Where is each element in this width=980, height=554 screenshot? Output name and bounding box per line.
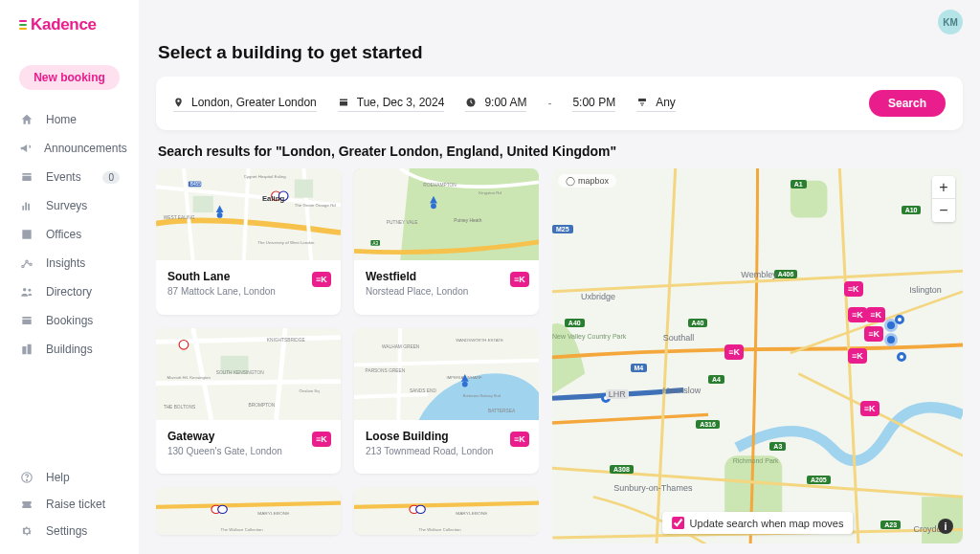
map-update-toggle[interactable]: Update search when map moves	[662, 512, 854, 534]
svg-rect-8	[638, 99, 646, 101]
svg-text:SANDS END: SANDS END	[410, 388, 437, 393]
filter-time-start[interactable]: 9:00 AM	[465, 96, 526, 112]
svg-text:Ealing: Ealing	[262, 194, 284, 203]
filter-time-end-value: 5:00 PM	[572, 96, 615, 109]
sidebar-item-events[interactable]: Events 0	[0, 163, 139, 191]
building-card[interactable]: PUTNEY VALE Putney Heath ROEHAMPTON King…	[354, 168, 539, 315]
kadence-badge-icon: ≡K	[312, 432, 331, 447]
primary-nav: Home Announcements Events 0 Surveys Offi…	[0, 105, 139, 364]
kadence-badge-icon: ≡K	[312, 272, 331, 287]
card-map-thumb: SANDS END BATTERSEA PARSONS GREEN WALHAM…	[354, 328, 539, 420]
svg-text:BATTERSEA: BATTERSEA	[488, 409, 516, 413]
building-card[interactable]: MARYLEBONEThe Wallace Collection	[156, 487, 341, 535]
map-label: Wembley	[741, 270, 776, 279]
filter-date[interactable]: Tue, Dec 3, 2024	[338, 96, 445, 112]
building-card[interactable]: SANDS END BATTERSEA PARSONS GREEN WALHAM…	[354, 328, 539, 475]
filter-time-separator: -	[547, 97, 551, 110]
new-booking-button[interactable]: New booking	[19, 65, 120, 90]
sidebar-item-label: Announcements	[44, 142, 127, 155]
svg-text:WEST EALING: WEST EALING	[164, 215, 195, 220]
home-icon	[19, 113, 34, 126]
svg-text:The Grove Orange Rd: The Grove Orange Rd	[295, 203, 337, 208]
map-pin[interactable]: ≡K	[848, 348, 867, 364]
map-label: LHR	[606, 389, 629, 399]
svg-text:MARYLEBONE: MARYLEBONE	[257, 512, 289, 517]
sidebar-item-directory[interactable]: Directory	[0, 277, 139, 306]
sidebar-item-label: Surveys	[46, 199, 87, 212]
svg-point-32	[179, 340, 189, 349]
sidebar-item-announcements[interactable]: Announcements	[0, 134, 139, 163]
sidebar-item-label: Offices	[46, 228, 81, 241]
sidebar-item-label: Directory	[46, 285, 92, 299]
map-pin[interactable]: ≡K	[864, 326, 883, 342]
road-badge: A1	[791, 180, 807, 188]
zoom-out-button[interactable]: −	[932, 199, 955, 222]
filter-time-end[interactable]: 5:00 PM	[572, 96, 615, 112]
help-icon	[19, 471, 34, 484]
road-badge: A40	[565, 319, 585, 327]
zoom-in-button[interactable]: +	[932, 176, 955, 199]
insights-icon	[19, 256, 34, 270]
ticket-icon	[19, 498, 34, 511]
sidebar-item-surveys[interactable]: Surveys	[0, 191, 139, 220]
sidebar-item-home[interactable]: Home	[0, 105, 139, 134]
sidebar-item-label: Insights	[46, 256, 85, 270]
sidebar-item-help[interactable]: Help	[0, 464, 139, 491]
svg-rect-10	[193, 196, 213, 212]
svg-text:Putney Heath: Putney Heath	[454, 218, 481, 223]
results-grid: Ealing WEST EALING The University of Wes…	[156, 168, 539, 543]
avatar[interactable]: KM	[938, 10, 963, 34]
sidebar-item-bookings[interactable]: Bookings	[0, 306, 139, 335]
filter-time-start-value: 9:00 AM	[484, 96, 526, 109]
road-badge: A406	[774, 270, 798, 278]
sidebar-item-offices[interactable]: Offices	[0, 220, 139, 249]
svg-text:A3: A3	[372, 241, 378, 246]
building-name: Westfield	[366, 270, 527, 283]
filter-date-value: Tue, Dec 3, 2024	[357, 96, 445, 109]
map-panel[interactable]: ◯ mapbox + − ≡K ≡K ≡K ≡K ≡K ≡K ≡K	[552, 168, 963, 543]
sidebar-item-insights[interactable]: Insights	[0, 249, 139, 277]
road-badge: A10	[902, 206, 922, 214]
building-card[interactable]: MARYLEBONEThe Wallace Collection	[354, 487, 539, 535]
sidebar-item-settings[interactable]: Settings	[0, 518, 139, 544]
svg-point-29	[431, 203, 436, 209]
map-pin[interactable]: ≡K	[866, 307, 885, 322]
map-info-button[interactable]: i	[938, 519, 953, 534]
svg-point-1	[26, 260, 28, 262]
building-name: Loose Building	[366, 430, 527, 443]
road-badge: M4	[631, 364, 648, 372]
brand-logo[interactable]: Kadence	[0, 0, 139, 42]
filter-amenities[interactable]: Any	[636, 96, 676, 112]
building-address: 87 Mattock Lane, London	[167, 286, 329, 297]
building-card[interactable]: SOUTH KENSINGTON BROMPTON KNIGHTSBRIDGE …	[156, 328, 341, 475]
svg-text:Cygnet Hospital Ealing: Cygnet Hospital Ealing	[244, 174, 286, 179]
map-pin[interactable]: ≡K	[848, 307, 867, 322]
search-button[interactable]: Search	[869, 90, 946, 117]
map-pin[interactable]: ≡K	[860, 401, 880, 416]
kadence-badge-icon: ≡K	[510, 272, 529, 287]
sidebar-item-label: Raise ticket	[46, 498, 105, 511]
filter-location[interactable]: London, Greater London	[173, 96, 317, 112]
svg-point-21	[217, 212, 223, 218]
building-card[interactable]: Ealing WEST EALING The University of Wes…	[156, 168, 341, 315]
map-label: Sunbury-on-Thames	[613, 483, 692, 493]
svg-text:ROEHAMPTON: ROEHAMPTON	[423, 183, 457, 188]
svg-text:KNIGHTSBRIDGE: KNIGHTSBRIDGE	[267, 338, 305, 343]
brand-icon	[19, 20, 27, 30]
road-badge: M25	[552, 225, 573, 233]
sidebar-item-buildings[interactable]: Buildings	[0, 335, 139, 364]
sidebar-item-ticket[interactable]: Raise ticket	[0, 491, 139, 518]
svg-rect-11	[295, 180, 313, 198]
svg-point-55	[416, 505, 426, 513]
svg-point-4	[28, 289, 31, 292]
building-address: Norstead Place, London	[366, 286, 527, 297]
svg-text:SOUTH KENSINGTON: SOUTH KENSINGTON	[216, 370, 264, 375]
map-pin[interactable]: ≡K	[724, 344, 744, 360]
card-map-thumb: PUTNEY VALE Putney Heath ROEHAMPTON King…	[354, 168, 539, 260]
chart-icon	[19, 199, 34, 212]
main-content: KM Select a building to get started Lond…	[139, 0, 980, 554]
road-badge: A23	[880, 521, 901, 529]
map-update-checkbox[interactable]	[672, 517, 684, 529]
svg-text:PARSONS GREEN: PARSONS GREEN	[366, 368, 406, 373]
map-pin[interactable]: ≡K	[844, 281, 863, 297]
